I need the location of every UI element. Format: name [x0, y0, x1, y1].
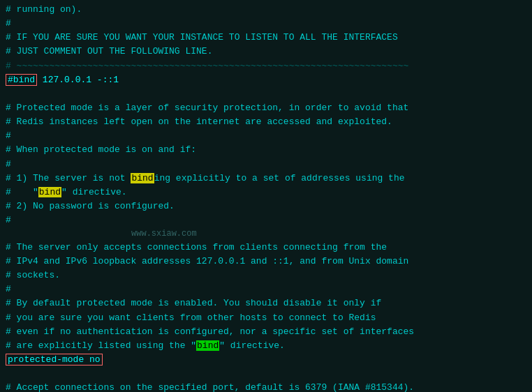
protected-mode-boxed: protected-mode no [6, 354, 103, 365]
line-when-protected: # When protected mode is on and if: [6, 143, 526, 157]
line-running: # running on). [6, 3, 526, 17]
line-no-password: # 2) No password is configured. [6, 199, 526, 213]
line-hash3: # [6, 158, 526, 172]
line-you-are-sure: # you are sure you want clients from oth… [6, 311, 526, 325]
line-comment-out: # JUST COMMENT OUT THE FOLLOWING LINE. [6, 45, 526, 59]
line-bind-command: #bind 127.0.0.1 -::1 [6, 73, 526, 87]
bind-boxed: #bind [6, 74, 37, 86]
line-server-accepts: # The server only accepts connections fr… [6, 241, 526, 255]
line-interfaces: # IF YOU ARE SURE YOU WANT YOUR INSTANCE… [6, 31, 526, 45]
line-protected-desc: # Protected mode is a layer of security … [6, 101, 526, 115]
line-server-not-binding: # 1) The server is not binding explicitl… [6, 172, 526, 186]
line-hash2: # [6, 129, 526, 143]
bind-highlight-3: bind [196, 340, 219, 351]
line-redis-instances: # Redis instances left open on the inter… [6, 115, 526, 129]
line-watermark: www.sxiaw.com [6, 227, 526, 241]
line-hash4: # [6, 213, 526, 227]
line-bind-directive: # "bind" directive. [6, 186, 526, 199]
line-accept-connections: # Accept connections on the specified po… [6, 381, 526, 392]
line-hash5: # [6, 282, 526, 296]
line-separator: # ~~~~~~~~~~~~~~~~~~~~~~~~~~~~~~~~~~~~~~… [6, 59, 526, 73]
line-hash1: # [6, 17, 526, 31]
line-by-default: # By default protected mode is enabled. … [6, 296, 526, 310]
line-empty1 [6, 87, 526, 101]
line-sockets: # sockets. [6, 269, 526, 282]
line-empty2 [6, 367, 526, 381]
bind-highlight-1: bind [131, 173, 154, 183]
line-protected-mode: protected-mode no [6, 353, 526, 367]
line-are-explicitly: # are explicitly listed using the "bind"… [6, 339, 526, 353]
line-even-if: # even if no authentication is configure… [6, 325, 526, 339]
terminal-window: # running on). # # IF YOU ARE SURE YOU W… [0, 0, 532, 392]
bind-highlight-2: bind [38, 187, 61, 197]
line-ipv4-ipv6: # IPv4 and IPv6 loopback addresses 127.0… [6, 255, 526, 269]
